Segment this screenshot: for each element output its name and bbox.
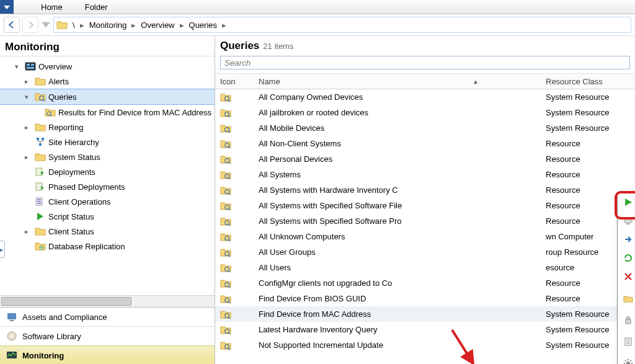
query-name: All Company Owned Devices: [254, 92, 541, 102]
query-row[interactable]: All Company Owned DevicesSystem Resource: [215, 89, 635, 105]
query-row[interactable]: Find Device From BIOS GUIDResource: [215, 291, 635, 306]
query-row[interactable]: All Unknown Computerswn Computer: [215, 229, 635, 244]
ribbon-bar: Home Folder: [0, 0, 635, 14]
query-row[interactable]: All Mobile DevicesSystem Resource: [215, 120, 635, 136]
menu-export[interactable]: Export: [618, 231, 635, 249]
tree-node-queries[interactable]: ▾Queries: [0, 89, 215, 105]
context-menu[interactable]: RunInstall ClientExportRefreshF5DeleteDe…: [617, 193, 635, 364]
tree-label: Reporting: [48, 123, 83, 132]
folder-icon: [35, 151, 46, 162]
tree-toggle-icon[interactable]: ▾: [15, 63, 22, 71]
query-icon: [220, 138, 231, 149]
menu-delete[interactable]: DeleteDelete: [618, 268, 635, 286]
query-icon: [220, 324, 231, 335]
query-row[interactable]: All Personal DevicesResource: [215, 151, 635, 167]
gear-icon: [623, 358, 634, 365]
history-dropdown[interactable]: [41, 17, 51, 32]
query-name: Find Device From BIOS GUID: [254, 294, 541, 303]
query-row[interactable]: All Non-Client SystemsResource: [215, 136, 635, 151]
svg-rect-4: [31, 64, 34, 66]
tree-toggle-icon[interactable]: ▸: [25, 78, 32, 86]
tree-node-reporting[interactable]: ▸Reporting: [0, 120, 215, 135]
breadcrumb-seg-monitoring[interactable]: Monitoring: [87, 20, 130, 30]
tree-node-script-status[interactable]: Script Status: [0, 209, 215, 224]
query-row[interactable]: All Systems with Specified Software File…: [215, 198, 635, 213]
tree-node-overview[interactable]: ▾Overview: [0, 59, 215, 74]
tree-node-phased-deployments[interactable]: Phased Deployments: [0, 179, 215, 194]
breadcrumb[interactable]: \ ▸ Monitoring ▸ Overview ▸ Queries ▸: [53, 17, 631, 33]
phased-deployments-icon: [35, 181, 46, 192]
svg-rect-61: [624, 218, 632, 223]
svg-marker-19: [37, 213, 43, 220]
tree-hscrollbar[interactable]: [0, 295, 215, 307]
tree-node-system-status[interactable]: ▸System Status: [0, 149, 215, 164]
chevron-right-icon: ▸: [180, 20, 184, 30]
menu-run[interactable]: Run: [618, 193, 635, 212]
navcat-assets-and-compliance[interactable]: Assets and Compliance: [0, 308, 215, 326]
query-name: All Unknown Computers: [254, 232, 541, 241]
script-status-icon: [35, 211, 46, 222]
query-row[interactable]: All SystemsResource: [215, 167, 635, 182]
query-name: All Mobile Devices: [254, 123, 541, 133]
list-title: Queries: [220, 40, 259, 52]
col-resource-header[interactable]: Resource Class: [541, 77, 635, 86]
tree-node-database-replication[interactable]: Database Replication: [0, 239, 215, 254]
workspace-tree[interactable]: ▾Overview▸Alerts▾QueriesResults for Find…: [0, 56, 215, 295]
forward-button[interactable]: [22, 17, 38, 33]
navcat-software-library[interactable]: Software Library: [0, 326, 215, 345]
query-row[interactable]: All User Groupsroup Resource: [215, 244, 635, 260]
collapse-handle[interactable]: ▸: [0, 241, 5, 258]
grid-body[interactable]: All Company Owned DevicesSystem Resource…: [215, 89, 635, 364]
svg-rect-11: [42, 138, 44, 140]
tree-node-alerts[interactable]: ▸Alerts: [0, 74, 215, 89]
query-row[interactable]: ConfigMgr clients not upgraded to CoReso…: [215, 275, 635, 291]
grid-header: Icon Name ▲ Resource Class: [215, 73, 635, 89]
tree-toggle-icon[interactable]: ▸: [25, 228, 32, 236]
query-row[interactable]: All jailbroken or rooted devicesSystem R…: [215, 105, 635, 120]
ribbon-tab-folder[interactable]: Folder: [74, 0, 119, 14]
svg-point-69: [626, 362, 630, 365]
navcat-monitoring[interactable]: Monitoring: [0, 345, 215, 364]
query-row[interactable]: All Systems with Specified Software ProR…: [215, 213, 635, 229]
query-name: All Non-Client Systems: [254, 139, 541, 148]
menu-move[interactable]: Move: [618, 290, 635, 308]
query-row[interactable]: All Systems with Hardware Inventory CRes…: [215, 182, 635, 198]
menu-set-security-scopes[interactable]: Set Security Scopes: [618, 311, 635, 330]
tree-node-site-hierarchy[interactable]: Site Hierarchy: [0, 135, 215, 149]
query-resource-class: System Resource: [541, 108, 635, 117]
tree-node-results-for-find-device-from-m[interactable]: Results for Find Device from MAC Address: [0, 105, 215, 120]
query-row[interactable]: Find Device from MAC AddressSystem Resou…: [215, 306, 635, 322]
query-icon: [220, 231, 231, 242]
menu-right-click-tools[interactable]: Right Click Tools▸: [618, 355, 635, 364]
svg-rect-17: [37, 201, 41, 202]
col-icon-header[interactable]: Icon: [215, 77, 254, 86]
menu-refresh[interactable]: RefreshF5: [618, 249, 635, 268]
col-name-header[interactable]: Name ▲: [254, 77, 541, 86]
tree-toggle-icon[interactable]: ▸: [25, 153, 32, 161]
svg-marker-1: [42, 22, 50, 27]
menu-properties[interactable]: Properties: [618, 333, 635, 352]
tree-node-client-operations[interactable]: Client Operations: [0, 194, 215, 209]
query-name: Not Supported Incremental Update: [254, 340, 541, 350]
tree-label: System Status: [48, 153, 100, 162]
query-row[interactable]: Not Supported Incremental UpdateSystem R…: [215, 337, 635, 353]
scroll-thumb[interactable]: [1, 297, 131, 306]
right-panel: Queries 21 items Icon Name ▲ Resource Cl…: [215, 36, 635, 364]
breadcrumb-seg-overview[interactable]: Overview: [138, 20, 177, 30]
breadcrumb-root[interactable]: \: [70, 20, 78, 30]
back-button[interactable]: [4, 17, 20, 33]
ribbon-file-tab[interactable]: [0, 0, 14, 14]
delete-icon: [623, 272, 634, 283]
query-row[interactable]: Latest Hardware Inventory QuerySystem Re…: [215, 322, 635, 337]
tree-toggle-icon[interactable]: ▸: [25, 123, 32, 131]
navcat-label: Software Library: [22, 332, 81, 341]
breadcrumb-seg-queries[interactable]: Queries: [187, 20, 220, 30]
ribbon-tab-home[interactable]: Home: [30, 0, 74, 14]
svg-rect-5: [27, 67, 34, 69]
query-row[interactable]: All Usersesource: [215, 260, 635, 275]
tree-node-client-status[interactable]: ▸Client Status: [0, 224, 215, 239]
tree-toggle-icon[interactable]: ▾: [25, 93, 32, 101]
tree-node-deployments[interactable]: Deployments: [0, 164, 215, 179]
svg-rect-12: [39, 143, 42, 146]
search-input[interactable]: [220, 56, 630, 69]
